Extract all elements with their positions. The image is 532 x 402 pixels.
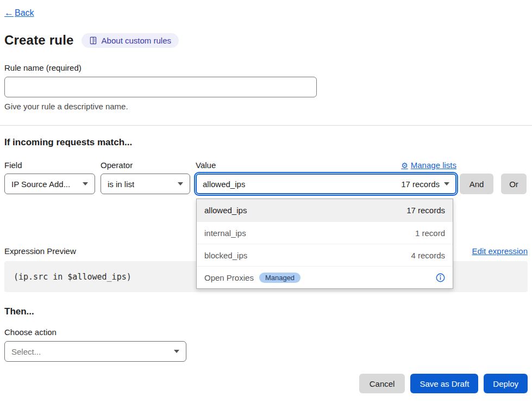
value-select-name: allowed_ips (203, 180, 245, 189)
chevron-down-icon (444, 182, 449, 185)
chevron-down-icon (83, 182, 88, 185)
about-custom-rules-link[interactable]: About custom rules (82, 33, 179, 48)
chevron-down-icon (178, 182, 183, 185)
info-icon[interactable] (436, 273, 445, 282)
edit-expression-link[interactable]: Edit expression (472, 246, 528, 256)
rule-name-input[interactable] (4, 77, 317, 97)
value-select-records: 17 records (401, 180, 440, 189)
or-button[interactable]: Or (501, 174, 527, 194)
about-badge-label: About custom rules (102, 36, 171, 45)
page-title: Create rule (4, 33, 74, 48)
cancel-button[interactable]: Cancel (359, 374, 405, 393)
back-link-label: Back (15, 8, 34, 18)
manage-lists-label: Manage lists (411, 160, 456, 170)
field-label: Field (4, 160, 95, 170)
value-select[interactable]: allowed_ips 17 records (196, 174, 456, 194)
list-option-blocked-ips[interactable]: blocked_ips 4 records (197, 244, 453, 266)
action-select-placeholder: Select... (11, 347, 41, 356)
expression-code-text: (ip.src in $allowed_ips) (14, 272, 132, 282)
match-section-heading: If incoming requests match... (4, 137, 528, 148)
then-section-heading: Then... (4, 306, 528, 317)
operator-select[interactable]: is in list (101, 174, 190, 194)
manage-lists-link[interactable]: ⚙Manage lists (401, 160, 456, 170)
list-option-name: internal_ips (204, 228, 246, 238)
rule-name-label: Rule name (required) (4, 63, 528, 72)
field-select-value: IP Source Add... (11, 180, 70, 189)
value-label: Value (196, 160, 216, 170)
back-link[interactable]: ←Back (4, 8, 34, 18)
list-option-allowed-ips[interactable]: allowed_ips 17 records (197, 199, 453, 221)
list-option-records: 17 records (406, 206, 445, 215)
action-select[interactable]: Select... (4, 341, 186, 362)
gear-icon: ⚙ (401, 161, 408, 170)
rule-name-help-text: Give your rule a descriptive name. (4, 102, 528, 111)
choose-action-label: Choose action (4, 327, 528, 337)
operator-label: Operator (101, 160, 190, 170)
managed-badge: Managed (259, 273, 301, 283)
expression-preview-label: Expression Preview (4, 246, 76, 256)
list-option-open-proxies[interactable]: Open Proxies Managed (197, 266, 453, 288)
save-as-draft-button[interactable]: Save as Draft (410, 374, 478, 393)
list-option-name: Open Proxies (204, 273, 254, 282)
back-arrow-icon: ← (4, 8, 14, 18)
list-option-records: 1 record (415, 228, 445, 238)
create-rule-page: ←Back Create rule About custom rules Rul… (0, 0, 532, 393)
book-icon (89, 36, 97, 45)
section-divider (0, 125, 532, 126)
operator-select-value: is in list (108, 180, 134, 189)
deploy-button[interactable]: Deploy (484, 374, 528, 393)
and-button[interactable]: And (460, 174, 493, 194)
list-option-name: allowed_ips (204, 206, 247, 215)
list-option-records: 4 records (411, 251, 445, 260)
list-option-internal-ips[interactable]: internal_ips 1 record (197, 221, 453, 244)
chevron-down-icon (174, 350, 179, 353)
value-dropdown-menu: allowed_ips 17 records internal_ips 1 re… (196, 199, 453, 289)
list-option-name: blocked_ips (204, 251, 247, 260)
field-select[interactable]: IP Source Add... (4, 174, 95, 194)
